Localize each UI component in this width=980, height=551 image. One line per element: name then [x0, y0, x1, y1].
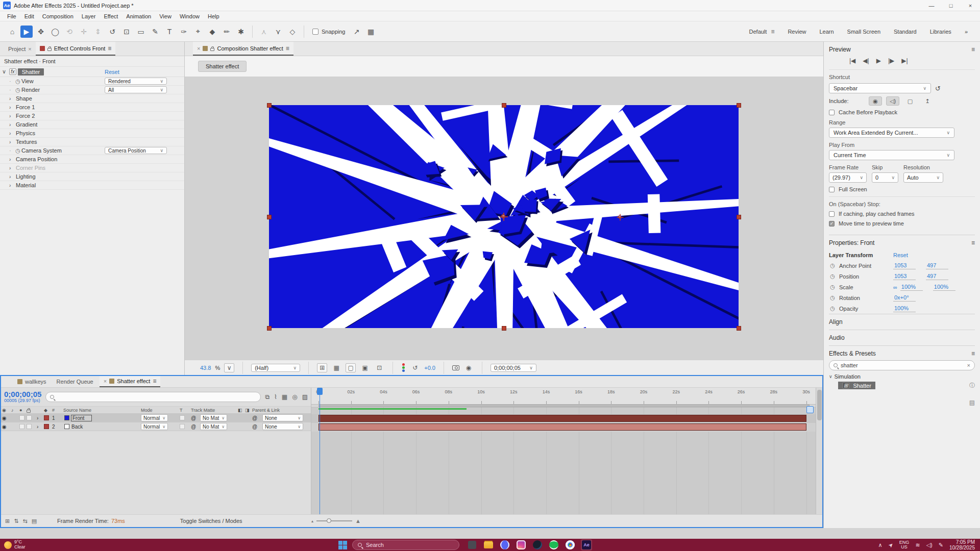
- expand-layer-switches-icon[interactable]: ⊞: [5, 518, 10, 524]
- tab-composition[interactable]: × Composition Shatter effect ≡: [193, 42, 293, 56]
- track-matte-dropdown[interactable]: No Mat: [200, 414, 227, 421]
- effect-row-physics[interactable]: ›Physics: [0, 129, 184, 138]
- zoom-slider-knob[interactable]: [327, 518, 331, 523]
- comp-mini-flowchart-button[interactable]: Shatter effect: [198, 61, 247, 72]
- range-dropdown[interactable]: Work Area Extended By Current...: [829, 128, 954, 138]
- playhead-handle[interactable]: [317, 388, 323, 395]
- layer-handle[interactable]: [737, 326, 741, 331]
- solo-toggle[interactable]: [19, 415, 24, 420]
- property-value[interactable]: 497: [926, 262, 948, 269]
- stopwatch-icon[interactable]: ◷: [829, 284, 836, 290]
- app-chrome[interactable]: [565, 539, 576, 550]
- timeline-track-area[interactable]: 0s02s04s06s08s10s12s14s16s18s20s22s24s26…: [311, 388, 816, 515]
- layer-visibility-toggle[interactable]: ◉: [1, 415, 10, 421]
- search-value[interactable]: shatter: [841, 362, 964, 368]
- layer-handle[interactable]: [502, 103, 506, 108]
- tab-effect-controls[interactable]: Effect Controls Front ≡: [36, 42, 116, 56]
- skip-dropdown[interactable]: 0: [872, 172, 898, 183]
- layer-bar-front[interactable]: [318, 415, 806, 422]
- panel-menu-icon[interactable]: ≡: [286, 45, 289, 52]
- toggle-switches-modes-button[interactable]: Toggle Switches / Modes: [180, 518, 242, 524]
- property-value[interactable]: 497: [926, 273, 948, 280]
- track-matte-dropdown[interactable]: No Mat: [200, 423, 227, 430]
- app-photos-app[interactable]: [467, 539, 478, 550]
- previous-frame-button[interactable]: ◀|: [863, 57, 869, 64]
- app-spotify[interactable]: [548, 539, 559, 550]
- selection-tool[interactable]: ▶: [20, 26, 33, 38]
- taskbar-weather[interactable]: 9°C Clear: [0, 540, 26, 550]
- layer-handle[interactable]: [737, 215, 741, 219]
- menu-composition[interactable]: Composition: [38, 12, 78, 20]
- layer-mode-dropdown[interactable]: Normal: [141, 414, 168, 421]
- minimize-button[interactable]: —: [922, 0, 941, 11]
- twirl-right-icon[interactable]: ›: [9, 165, 16, 171]
- lock-toggle[interactable]: [27, 415, 32, 420]
- axis-mode-icon[interactable]: ⋎: [272, 26, 284, 38]
- parent-pickwhip-icon[interactable]: @: [251, 415, 261, 421]
- close-icon[interactable]: ×: [104, 378, 107, 384]
- framerate-dropdown[interactable]: (29.97): [829, 172, 867, 183]
- effect-row-textures[interactable]: ›Textures: [0, 138, 184, 146]
- resolution-dropdown[interactable]: (Half): [251, 364, 300, 372]
- effects-presets-search[interactable]: shatter ×: [829, 360, 975, 370]
- snapping-toggle[interactable]: Snapping: [312, 29, 346, 35]
- t-toggle[interactable]: [180, 415, 185, 420]
- show-hidden-icons[interactable]: ∧: [878, 542, 883, 548]
- reset-shortcut-icon[interactable]: ↺: [935, 85, 941, 92]
- workspace-menu-icon[interactable]: ≡: [771, 28, 774, 35]
- twirl-right-icon[interactable]: ›: [9, 157, 16, 162]
- taskbar-clock[interactable]: 7:05 PM 10/28/2025: [949, 539, 975, 551]
- layer-handle[interactable]: [267, 215, 272, 219]
- twirl-right-icon[interactable]: ›: [9, 174, 16, 180]
- pen-tool[interactable]: ✎: [149, 26, 161, 38]
- region-of-interest-icon[interactable]: ▢: [346, 363, 356, 372]
- twirl-right-icon[interactable]: ›: [9, 96, 16, 102]
- parent-link-dropdown[interactable]: None: [262, 423, 303, 430]
- section-align[interactable]: Align: [829, 314, 975, 330]
- effect-row-corner-pins[interactable]: ›Corner Pins: [0, 164, 184, 172]
- brush-tool[interactable]: ✑: [178, 26, 190, 38]
- effect-name[interactable]: Shatter: [18, 68, 44, 76]
- effects-group-simulation[interactable]: ∨ Simulation: [829, 373, 975, 380]
- link-icon[interactable]: ∞: [893, 284, 897, 290]
- stopwatch-icon[interactable]: ◷: [829, 262, 836, 269]
- transparency-grid-icon[interactable]: ▦: [331, 363, 341, 372]
- zoom-in-icon[interactable]: ▲: [355, 518, 361, 524]
- panel-menu-icon[interactable]: ≡: [971, 239, 975, 246]
- layer-visibility-toggle[interactable]: ◉: [1, 424, 10, 430]
- panel-menu-icon[interactable]: ≡: [971, 350, 975, 357]
- effect-row-camera-system[interactable]: ·◷Camera SystemCamera Position: [0, 146, 184, 155]
- layer-name-text[interactable]: Back: [71, 424, 83, 430]
- twirl-down-icon[interactable]: ∨: [2, 68, 9, 75]
- panel-resize-icon[interactable]: ▤: [969, 399, 975, 406]
- shortcut-dropdown[interactable]: Spacebar: [829, 83, 931, 93]
- menu-edit[interactable]: Edit: [20, 12, 38, 20]
- volume-icon[interactable]: ◁): [926, 542, 933, 548]
- taskbar-search[interactable]: Search: [352, 540, 459, 550]
- layer-twirl-icon[interactable]: ›: [36, 424, 43, 430]
- layer-row-back[interactable]: ◉›2BackNormal@No Mat@None: [1, 422, 311, 431]
- include-audio-icon[interactable]: ◁): [886, 96, 899, 106]
- comp-marker-bin[interactable]: [806, 406, 814, 413]
- workspace-small-screen[interactable]: Small Screen: [847, 29, 880, 35]
- motion-blur-icon[interactable]: ◎: [292, 393, 297, 400]
- column-track-matte[interactable]: Track Matte: [190, 408, 237, 413]
- layer-row-front[interactable]: ◉›1FrontNormal@No Mat@None: [1, 414, 311, 422]
- app-instagram[interactable]: [516, 539, 527, 550]
- layer-handle[interactable]: [267, 103, 272, 108]
- expand-render-time-icon[interactable]: ▤: [32, 518, 37, 524]
- exposure-value[interactable]: +0.0: [424, 365, 435, 371]
- snapping-checkbox[interactable]: [312, 29, 318, 35]
- layer-handle[interactable]: [737, 103, 741, 108]
- timeline-tab-render-queue[interactable]: Render Queue: [53, 376, 97, 387]
- menu-animation[interactable]: Animation: [122, 12, 155, 20]
- app-after-effects[interactable]: Ae: [581, 539, 592, 550]
- layer-bar-back[interactable]: [318, 423, 806, 431]
- include-overlays-icon[interactable]: ▢: [903, 96, 917, 106]
- transform-reset-link[interactable]: Reset: [893, 252, 908, 258]
- property-value[interactable]: 1053: [893, 273, 916, 280]
- timeline-search[interactable]: [45, 392, 261, 402]
- effect-point-crosshair[interactable]: [500, 213, 508, 221]
- info-icon[interactable]: ⓘ: [969, 382, 975, 389]
- first-frame-button[interactable]: |◀: [849, 57, 855, 64]
